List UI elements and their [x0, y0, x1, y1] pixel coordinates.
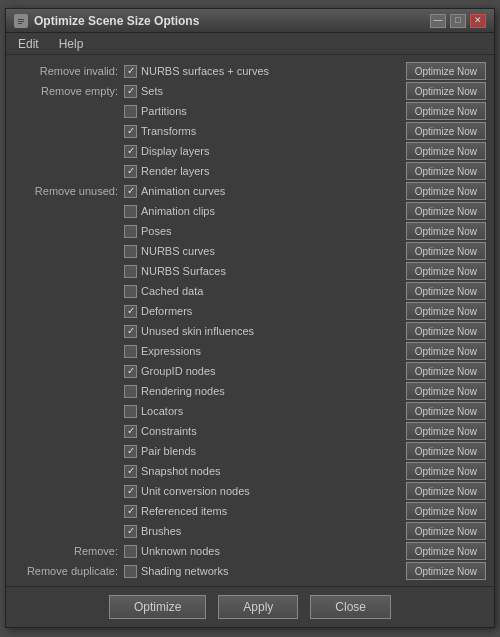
option-label: Partitions — [141, 105, 187, 117]
option-checkbox[interactable] — [124, 325, 137, 338]
title-bar: Optimize Scene Size Options — □ ✕ — [6, 9, 494, 33]
option-checkbox[interactable] — [124, 65, 137, 78]
optimize-now-button[interactable]: Optimize Now — [406, 402, 486, 420]
menu-bar: Edit Help — [6, 33, 494, 55]
option-label: Unknown nodes — [141, 545, 220, 557]
option-checkbox[interactable] — [124, 505, 137, 518]
table-row: Render layersOptimize Now — [10, 161, 490, 181]
optimize-now-button[interactable]: Optimize Now — [406, 242, 486, 260]
option-checkbox[interactable] — [124, 545, 137, 558]
option-label: Expressions — [141, 345, 201, 357]
option-checkbox[interactable] — [124, 105, 137, 118]
option-checkbox[interactable] — [124, 285, 137, 298]
option-label: Brushes — [141, 525, 181, 537]
option-checkbox[interactable] — [124, 165, 137, 178]
option-checkbox[interactable] — [124, 465, 137, 478]
option-checkbox[interactable] — [124, 525, 137, 538]
option-checkbox[interactable] — [124, 565, 137, 578]
optimize-now-button[interactable]: Optimize Now — [406, 222, 486, 240]
option-checkbox[interactable] — [124, 405, 137, 418]
option-label: NURBS Surfaces — [141, 265, 226, 277]
table-row: ExpressionsOptimize Now — [10, 341, 490, 361]
option-checkbox[interactable] — [124, 145, 137, 158]
option-checkbox[interactable] — [124, 305, 137, 318]
table-row: Remove:Unknown nodesOptimize Now — [10, 541, 490, 561]
optimize-now-button[interactable]: Optimize Now — [406, 482, 486, 500]
option-checkbox[interactable] — [124, 425, 137, 438]
table-row: Unused skin influencesOptimize Now — [10, 321, 490, 341]
maximize-button[interactable]: □ — [450, 14, 466, 28]
optimize-now-button[interactable]: Optimize Now — [406, 182, 486, 200]
table-row: LocatorsOptimize Now — [10, 401, 490, 421]
table-row: Cached dataOptimize Now — [10, 281, 490, 301]
close-button[interactable]: ✕ — [470, 14, 486, 28]
option-checkbox[interactable] — [124, 265, 137, 278]
option-checkbox[interactable] — [124, 445, 137, 458]
table-row: Referenced itemsOptimize Now — [10, 501, 490, 521]
svg-rect-3 — [18, 23, 22, 24]
optimize-now-button[interactable]: Optimize Now — [406, 62, 486, 80]
table-row: TransformsOptimize Now — [10, 121, 490, 141]
optimize-now-button[interactable]: Optimize Now — [406, 122, 486, 140]
optimize-now-button[interactable]: Optimize Now — [406, 522, 486, 540]
window-icon — [14, 14, 28, 28]
table-row: BrushesOptimize Now — [10, 521, 490, 541]
table-row: Display layersOptimize Now — [10, 141, 490, 161]
optimize-now-button[interactable]: Optimize Now — [406, 82, 486, 100]
table-row: Remove invalid:NURBS surfaces + curvesOp… — [10, 61, 490, 81]
optimize-button[interactable]: Optimize — [109, 595, 206, 619]
option-checkbox[interactable] — [124, 485, 137, 498]
option-checkbox[interactable] — [124, 125, 137, 138]
table-row: Remove unused:Animation curvesOptimize N… — [10, 181, 490, 201]
optimize-now-button[interactable]: Optimize Now — [406, 262, 486, 280]
title-bar-left: Optimize Scene Size Options — [14, 14, 199, 28]
footer-close-button[interactable]: Close — [310, 595, 391, 619]
menu-edit[interactable]: Edit — [14, 36, 43, 52]
optimize-now-button[interactable]: Optimize Now — [406, 162, 486, 180]
option-checkbox[interactable] — [124, 185, 137, 198]
optimize-now-button[interactable]: Optimize Now — [406, 442, 486, 460]
option-label: Animation clips — [141, 205, 215, 217]
table-row: Rendering nodesOptimize Now — [10, 381, 490, 401]
optimize-now-button[interactable]: Optimize Now — [406, 502, 486, 520]
option-label: Display layers — [141, 145, 209, 157]
option-label: Constraints — [141, 425, 197, 437]
option-checkbox[interactable] — [124, 85, 137, 98]
section-label: Remove duplicate: — [14, 565, 124, 577]
option-label: Snapshot nodes — [141, 465, 221, 477]
option-label: Unit conversion nodes — [141, 485, 250, 497]
section-label: Remove: — [14, 545, 124, 557]
optimize-now-button[interactable]: Optimize Now — [406, 462, 486, 480]
option-label: Sets — [141, 85, 163, 97]
optimize-now-button[interactable]: Optimize Now — [406, 202, 486, 220]
optimize-now-button[interactable]: Optimize Now — [406, 382, 486, 400]
option-checkbox[interactable] — [124, 345, 137, 358]
optimize-now-button[interactable]: Optimize Now — [406, 542, 486, 560]
option-checkbox[interactable] — [124, 245, 137, 258]
svg-rect-1 — [18, 19, 24, 20]
table-row: Remove duplicate:Shading networksOptimiz… — [10, 561, 490, 581]
option-checkbox[interactable] — [124, 365, 137, 378]
option-label: Unused skin influences — [141, 325, 254, 337]
optimize-now-button[interactable]: Optimize Now — [406, 422, 486, 440]
option-label: NURBS curves — [141, 245, 215, 257]
optimize-now-button[interactable]: Optimize Now — [406, 562, 486, 580]
optimize-now-button[interactable]: Optimize Now — [406, 102, 486, 120]
menu-help[interactable]: Help — [55, 36, 88, 52]
option-label: Transforms — [141, 125, 196, 137]
apply-button[interactable]: Apply — [218, 595, 298, 619]
minimize-button[interactable]: — — [430, 14, 446, 28]
option-checkbox[interactable] — [124, 225, 137, 238]
option-label: GroupID nodes — [141, 365, 216, 377]
optimize-now-button[interactable]: Optimize Now — [406, 302, 486, 320]
section-label: Remove unused: — [14, 185, 124, 197]
optimize-now-button[interactable]: Optimize Now — [406, 322, 486, 340]
optimize-now-button[interactable]: Optimize Now — [406, 342, 486, 360]
option-checkbox[interactable] — [124, 205, 137, 218]
option-checkbox[interactable] — [124, 385, 137, 398]
optimize-now-button[interactable]: Optimize Now — [406, 282, 486, 300]
table-row: PartitionsOptimize Now — [10, 101, 490, 121]
optimize-now-button[interactable]: Optimize Now — [406, 362, 486, 380]
optimize-now-button[interactable]: Optimize Now — [406, 142, 486, 160]
option-label: Deformers — [141, 305, 192, 317]
